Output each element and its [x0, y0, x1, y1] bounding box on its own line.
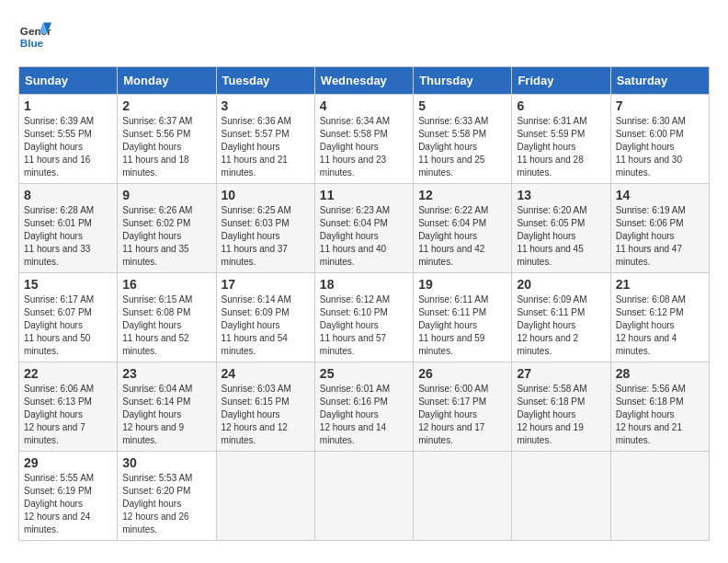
calendar-cell: 22 Sunrise: 6:06 AMSunset: 6:13 PMDaylig…	[19, 362, 118, 452]
day-number: 9	[122, 188, 210, 202]
day-info: Sunrise: 5:55 AMSunset: 6:19 PMDaylight …	[24, 473, 94, 534]
calendar-cell: 1 Sunrise: 6:39 AMSunset: 5:55 PMDayligh…	[19, 95, 118, 184]
calendar-cell: 18 Sunrise: 6:12 AMSunset: 6:10 PMDaylig…	[314, 273, 413, 362]
calendar-cell: 21 Sunrise: 6:08 AMSunset: 6:12 PMDaylig…	[610, 273, 709, 362]
day-number: 13	[517, 188, 605, 202]
day-info: Sunrise: 6:36 AMSunset: 5:57 PMDaylight …	[222, 116, 291, 178]
calendar-cell: 16 Sunrise: 6:15 AMSunset: 6:08 PMDaylig…	[118, 273, 216, 362]
calendar-cell	[216, 452, 314, 541]
day-info: Sunrise: 6:03 AMSunset: 6:15 PMDaylight …	[222, 384, 291, 445]
col-header-sunday: Sunday	[19, 67, 118, 95]
logo: General Blue	[18, 18, 51, 52]
day-info: Sunrise: 6:23 AMSunset: 6:04 PMDaylight …	[320, 205, 390, 267]
calendar-cell: 20 Sunrise: 6:09 AMSunset: 6:11 PMDaylig…	[512, 273, 610, 362]
day-number: 17	[222, 277, 310, 292]
day-info: Sunrise: 6:25 AMSunset: 6:03 PMDaylight …	[222, 205, 291, 267]
day-number: 29	[24, 455, 112, 470]
day-number: 11	[320, 188, 408, 202]
day-info: Sunrise: 6:12 AMSunset: 6:10 PMDaylight …	[320, 294, 390, 356]
day-info: Sunrise: 6:15 AMSunset: 6:08 PMDaylight …	[122, 294, 192, 356]
col-header-wednesday: Wednesday	[314, 67, 413, 95]
calendar-cell: 6 Sunrise: 6:31 AMSunset: 5:59 PMDayligh…	[512, 95, 610, 184]
day-number: 3	[222, 98, 310, 113]
day-info: Sunrise: 6:37 AMSunset: 5:56 PMDaylight …	[122, 116, 192, 178]
calendar-cell: 11 Sunrise: 6:23 AMSunset: 6:04 PMDaylig…	[314, 184, 413, 273]
day-number: 30	[122, 455, 210, 470]
day-number: 2	[122, 98, 210, 113]
day-info: Sunrise: 6:09 AMSunset: 6:11 PMDaylight …	[517, 294, 586, 356]
day-info: Sunrise: 6:01 AMSunset: 6:16 PMDaylight …	[320, 384, 390, 445]
svg-text:Blue: Blue	[20, 37, 44, 49]
calendar-cell: 5 Sunrise: 6:33 AMSunset: 5:58 PMDayligh…	[414, 95, 512, 184]
calendar-cell: 14 Sunrise: 6:19 AMSunset: 6:06 PMDaylig…	[610, 184, 709, 273]
calendar-cell	[314, 452, 413, 541]
day-number: 1	[24, 98, 112, 113]
day-info: Sunrise: 6:11 AMSunset: 6:11 PMDaylight …	[418, 294, 488, 356]
calendar-cell: 29 Sunrise: 5:55 AMSunset: 6:19 PMDaylig…	[19, 452, 118, 541]
day-info: Sunrise: 5:58 AMSunset: 6:18 PMDaylight …	[517, 384, 586, 445]
calendar-cell: 19 Sunrise: 6:11 AMSunset: 6:11 PMDaylig…	[414, 273, 512, 362]
calendar-cell	[512, 452, 610, 541]
day-number: 28	[616, 366, 704, 381]
calendar-cell: 3 Sunrise: 6:36 AMSunset: 5:57 PMDayligh…	[216, 95, 314, 184]
col-header-thursday: Thursday	[414, 67, 512, 95]
day-number: 16	[122, 277, 210, 292]
logo-icon: General Blue	[18, 18, 51, 52]
day-number: 25	[320, 366, 408, 381]
day-info: Sunrise: 6:00 AMSunset: 6:17 PMDaylight …	[418, 384, 488, 445]
day-info: Sunrise: 6:33 AMSunset: 5:58 PMDaylight …	[418, 116, 488, 178]
calendar-table: SundayMondayTuesdayWednesdayThursdayFrid…	[18, 66, 710, 541]
calendar-cell	[610, 452, 709, 541]
day-number: 21	[616, 277, 704, 292]
calendar-cell: 7 Sunrise: 6:30 AMSunset: 6:00 PMDayligh…	[610, 95, 709, 184]
day-info: Sunrise: 6:08 AMSunset: 6:12 PMDaylight …	[616, 294, 686, 356]
calendar-cell: 13 Sunrise: 6:20 AMSunset: 6:05 PMDaylig…	[512, 184, 610, 273]
day-info: Sunrise: 5:56 AMSunset: 6:18 PMDaylight …	[616, 384, 686, 445]
calendar-cell: 26 Sunrise: 6:00 AMSunset: 6:17 PMDaylig…	[414, 362, 512, 452]
calendar-cell: 12 Sunrise: 6:22 AMSunset: 6:04 PMDaylig…	[414, 184, 512, 273]
calendar-cell: 9 Sunrise: 6:26 AMSunset: 6:02 PMDayligh…	[118, 184, 216, 273]
calendar-cell: 15 Sunrise: 6:17 AMSunset: 6:07 PMDaylig…	[19, 273, 118, 362]
day-info: Sunrise: 6:22 AMSunset: 6:04 PMDaylight …	[418, 205, 488, 267]
day-number: 15	[24, 277, 112, 292]
day-info: Sunrise: 5:53 AMSunset: 6:20 PMDaylight …	[122, 473, 192, 534]
day-number: 26	[418, 366, 506, 381]
calendar-cell: 27 Sunrise: 5:58 AMSunset: 6:18 PMDaylig…	[512, 362, 610, 452]
calendar-cell: 10 Sunrise: 6:25 AMSunset: 6:03 PMDaylig…	[216, 184, 314, 273]
day-number: 27	[517, 366, 605, 381]
calendar-cell: 28 Sunrise: 5:56 AMSunset: 6:18 PMDaylig…	[610, 362, 709, 452]
day-info: Sunrise: 6:26 AMSunset: 6:02 PMDaylight …	[122, 205, 192, 267]
calendar-cell: 30 Sunrise: 5:53 AMSunset: 6:20 PMDaylig…	[118, 452, 216, 541]
day-info: Sunrise: 6:39 AMSunset: 5:55 PMDaylight …	[24, 116, 94, 178]
calendar-cell: 4 Sunrise: 6:34 AMSunset: 5:58 PMDayligh…	[314, 95, 413, 184]
day-info: Sunrise: 6:30 AMSunset: 6:00 PMDaylight …	[616, 116, 686, 178]
col-header-friday: Friday	[512, 67, 610, 95]
day-number: 18	[320, 277, 408, 292]
calendar-cell	[414, 452, 512, 541]
day-info: Sunrise: 6:19 AMSunset: 6:06 PMDaylight …	[616, 205, 686, 267]
calendar-cell: 24 Sunrise: 6:03 AMSunset: 6:15 PMDaylig…	[216, 362, 314, 452]
col-header-tuesday: Tuesday	[216, 67, 314, 95]
day-number: 12	[418, 188, 506, 202]
day-number: 10	[222, 188, 310, 202]
calendar-cell: 23 Sunrise: 6:04 AMSunset: 6:14 PMDaylig…	[118, 362, 216, 452]
day-info: Sunrise: 6:14 AMSunset: 6:09 PMDaylight …	[222, 294, 291, 356]
calendar-cell: 2 Sunrise: 6:37 AMSunset: 5:56 PMDayligh…	[118, 95, 216, 184]
col-header-monday: Monday	[118, 67, 216, 95]
day-number: 14	[616, 188, 704, 202]
day-number: 8	[24, 188, 112, 202]
col-header-saturday: Saturday	[610, 67, 709, 95]
day-number: 4	[320, 98, 408, 113]
day-number: 19	[418, 277, 506, 292]
calendar-cell: 25 Sunrise: 6:01 AMSunset: 6:16 PMDaylig…	[314, 362, 413, 452]
day-number: 24	[222, 366, 310, 381]
calendar-cell: 8 Sunrise: 6:28 AMSunset: 6:01 PMDayligh…	[19, 184, 118, 273]
day-info: Sunrise: 6:06 AMSunset: 6:13 PMDaylight …	[24, 384, 94, 445]
day-number: 22	[24, 366, 112, 381]
day-number: 7	[616, 98, 704, 113]
day-number: 5	[418, 98, 506, 113]
day-info: Sunrise: 6:20 AMSunset: 6:05 PMDaylight …	[517, 205, 586, 267]
day-info: Sunrise: 6:34 AMSunset: 5:58 PMDaylight …	[320, 116, 390, 178]
day-info: Sunrise: 6:04 AMSunset: 6:14 PMDaylight …	[122, 384, 192, 445]
day-info: Sunrise: 6:31 AMSunset: 5:59 PMDaylight …	[517, 116, 586, 178]
